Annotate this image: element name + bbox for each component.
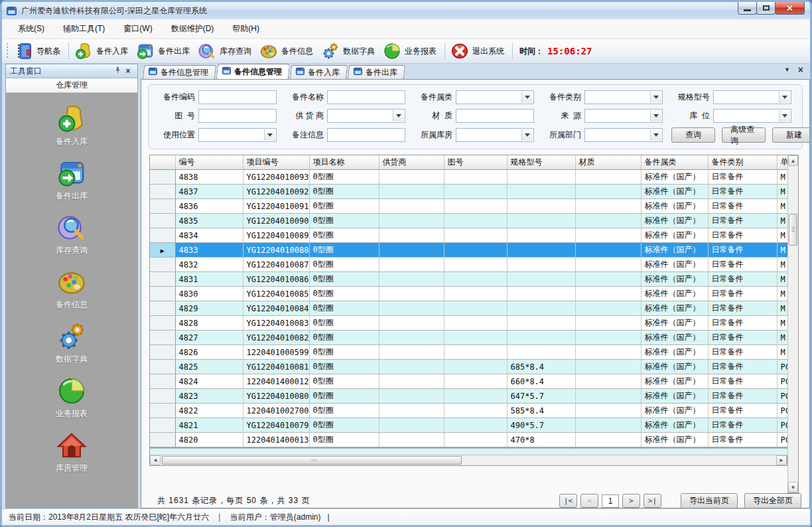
table-cell[interactable]: [379, 418, 444, 433]
table-cell[interactable]: 0型圈: [309, 404, 379, 418]
table-cell[interactable]: [379, 360, 444, 374]
table-cell[interactable]: [575, 199, 641, 214]
table-cell[interactable]: [507, 345, 575, 360]
table-cell[interactable]: [444, 301, 507, 316]
table-cell[interactable]: YG12204010083: [243, 316, 309, 331]
row-selector-cell[interactable]: [150, 316, 175, 331]
table-cell[interactable]: 标准件（国产）: [641, 214, 708, 228]
row-selector-cell[interactable]: [150, 433, 175, 447]
toolbar-grip[interactable]: [6, 42, 9, 60]
table-cell[interactable]: 4823: [175, 389, 243, 404]
title-bar[interactable]: 广州爱奇迪软件科技有限公司-深田之星仓库管理系统 ✕: [2, 2, 810, 19]
sidebar-item-data-dictionary[interactable]: 数据字典: [6, 321, 137, 365]
row-selector-cell[interactable]: [150, 272, 175, 287]
table-cell[interactable]: 日常备件: [708, 389, 777, 404]
table-cell[interactable]: 470*8: [507, 433, 575, 447]
table-cell[interactable]: [379, 389, 444, 404]
horizontal-scrollbar[interactable]: ◄ ►: [149, 455, 787, 466]
table-cell[interactable]: [379, 345, 444, 360]
table-cell[interactable]: [379, 331, 444, 345]
column-header-编号[interactable]: 编号: [175, 155, 243, 170]
toolbar-button-exit-system[interactable]: 退出系统: [448, 40, 509, 62]
table-cell[interactable]: YG12204010088: [243, 243, 309, 258]
toolbar-button-inventory-search[interactable]: 库存查询: [195, 40, 257, 62]
table-cell[interactable]: [575, 316, 641, 331]
column-header-备件属类[interactable]: 备件属类: [641, 155, 708, 170]
table-cell[interactable]: 1220401002700: [243, 404, 309, 418]
table-cell[interactable]: 4827: [175, 331, 243, 345]
sidebar-item-warehouse[interactable]: 库房管理: [6, 430, 137, 474]
table-cell[interactable]: 日常备件: [708, 331, 777, 345]
table-row[interactable]: 482212204010027000型圈585*8.4标准件（国产）日常备件PC: [150, 404, 787, 418]
chevron-down-icon[interactable]: [650, 110, 661, 121]
table-row[interactable]: ▶4833YG122040100880型圈标准件（国产）日常备件M: [150, 243, 787, 258]
table-cell[interactable]: [575, 374, 641, 389]
table-cell[interactable]: 4833: [175, 243, 243, 258]
table-cell[interactable]: [379, 243, 444, 258]
table-cell[interactable]: [507, 214, 575, 228]
table-cell[interactable]: 0型圈: [309, 433, 379, 447]
input-材质[interactable]: [456, 109, 534, 123]
menu-item-3[interactable]: 窗口(W): [115, 21, 160, 37]
row-selector-cell[interactable]: [150, 228, 175, 243]
query-button[interactable]: 查询: [671, 127, 715, 143]
table-cell[interactable]: 日常备件: [708, 258, 777, 272]
chevron-down-icon[interactable]: [264, 129, 275, 141]
table-cell[interactable]: [575, 214, 641, 228]
table-cell[interactable]: [444, 404, 507, 418]
column-header-图号[interactable]: 图号: [444, 155, 507, 170]
table-cell[interactable]: 1220401000599: [243, 345, 309, 360]
table-cell[interactable]: 日常备件: [708, 433, 777, 447]
table-cell[interactable]: M: [777, 243, 787, 258]
table-cell[interactable]: 日常备件: [708, 316, 777, 331]
sidebar-section-warehouse[interactable]: 仓库管理: [6, 78, 137, 93]
table-cell[interactable]: [507, 199, 575, 214]
table-cell[interactable]: 0型圈: [309, 360, 379, 374]
table-cell[interactable]: 4835: [175, 214, 243, 228]
table-cell[interactable]: [575, 404, 641, 418]
table-cell[interactable]: 标准件（国产）: [641, 243, 708, 258]
table-row[interactable]: 4823YG122040100800型圈647*5.7标准件（国产）日常备件PC: [150, 389, 787, 404]
table-row[interactable]: 4835YG122040100900型圈标准件（国产）日常备件M: [150, 214, 787, 228]
table-cell[interactable]: 标准件（国产）: [641, 170, 708, 185]
row-selector-cell[interactable]: [150, 418, 175, 433]
table-cell[interactable]: 0型圈: [309, 214, 379, 228]
table-cell[interactable]: M: [777, 272, 787, 287]
table-cell[interactable]: 0型圈: [309, 301, 379, 316]
column-header-单位[interactable]: 单位: [777, 155, 787, 170]
table-cell[interactable]: [575, 287, 641, 301]
vertical-scrollbar[interactable]: ▲ ▼: [787, 155, 799, 493]
table-cell[interactable]: 日常备件: [708, 170, 777, 185]
table-cell[interactable]: 4825: [175, 360, 243, 374]
table-row[interactable]: 4834YG122040100890型圈标准件（国产）日常备件M: [150, 228, 787, 243]
tab-2[interactable]: 备件信息管理: [216, 64, 290, 79]
table-row[interactable]: 4827YG122040100820型圈标准件（国产）日常备件M: [150, 331, 787, 345]
table-cell[interactable]: 日常备件: [708, 374, 777, 389]
table-cell[interactable]: 标准件（国产）: [641, 287, 708, 301]
advanced-query-button[interactable]: 高级查询: [722, 127, 766, 143]
column-header-材质[interactable]: 材质: [575, 155, 641, 170]
column-header-备件类别[interactable]: 备件类别: [708, 155, 777, 170]
table-cell[interactable]: 标准件（国产）: [641, 418, 708, 433]
table-cell[interactable]: 647*5.7: [507, 389, 575, 404]
table-cell[interactable]: 685*8.4: [507, 360, 575, 374]
table-cell[interactable]: [507, 287, 575, 301]
table-cell[interactable]: [575, 433, 641, 447]
table-cell[interactable]: 660*8.4: [507, 374, 575, 389]
table-cell[interactable]: [575, 418, 641, 433]
table-cell[interactable]: [444, 418, 507, 433]
last-page-button[interactable]: >|: [643, 494, 661, 508]
table-cell[interactable]: [507, 170, 575, 185]
table-cell[interactable]: 日常备件: [708, 287, 777, 301]
table-cell[interactable]: [379, 316, 444, 331]
row-selector-cell[interactable]: [150, 331, 175, 345]
table-cell[interactable]: [379, 404, 444, 418]
tab-close-icon[interactable]: ×: [798, 66, 803, 74]
table-cell[interactable]: [575, 272, 641, 287]
table-row[interactable]: 4829YG122040100840型圈标准件（国产）日常备件M: [150, 301, 787, 316]
table-cell[interactable]: 0型圈: [309, 316, 379, 331]
minimize-button[interactable]: [738, 2, 757, 15]
maximize-button[interactable]: [756, 2, 776, 15]
input-备件编码[interactable]: [198, 90, 277, 104]
table-cell[interactable]: 0型圈: [309, 287, 379, 301]
